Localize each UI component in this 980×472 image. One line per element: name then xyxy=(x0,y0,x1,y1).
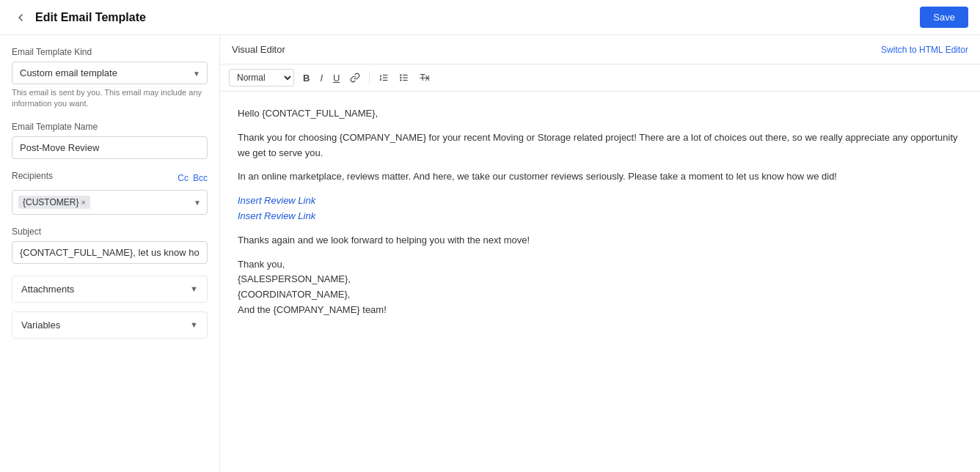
variables-section: Variables ▼ xyxy=(12,311,208,339)
recipients-header: Recipients Cc Bcc xyxy=(12,171,208,185)
variables-chevron-icon: ▼ xyxy=(190,320,198,329)
subject-input[interactable] xyxy=(12,241,208,264)
subject-group: Subject xyxy=(12,226,208,264)
svg-point-8 xyxy=(401,80,401,81)
left-panel: Email Template Kind Custom email templat… xyxy=(0,35,220,472)
back-button[interactable] xyxy=(12,9,29,26)
email-template-name-group: Email Template Name xyxy=(12,122,208,159)
attachments-title: Attachments xyxy=(21,284,74,295)
unordered-list-icon xyxy=(399,73,409,83)
recipients-label: Recipients xyxy=(12,171,53,181)
switch-to-html-link[interactable]: Switch to HTML Editor xyxy=(881,45,968,55)
editor-toolbar: Normal Heading 1 Heading 2 Heading 3 B I… xyxy=(220,64,980,92)
bcc-link[interactable]: Bcc xyxy=(193,173,208,183)
cc-link[interactable]: Cc xyxy=(178,173,189,183)
email-template-name-label: Email Template Name xyxy=(12,122,208,132)
svg-point-6 xyxy=(401,75,401,75)
page-header: Edit Email Template Save xyxy=(0,0,980,35)
closing-line1: Thank you, xyxy=(238,257,962,273)
ordered-list-button[interactable] xyxy=(374,70,393,86)
format-select[interactable]: Normal Heading 1 Heading 2 Heading 3 xyxy=(229,69,294,86)
para1: Thank you for choosing {COMPANY_NAME} fo… xyxy=(238,130,962,161)
attachments-toggle[interactable]: Attachments ▼ xyxy=(12,276,207,302)
closing-line4: And the {COMPANY_NAME} team! xyxy=(238,303,962,318)
toolbar-divider xyxy=(369,71,370,84)
review-links: Insert Review Link Insert Review Link xyxy=(238,193,962,224)
editor-header: Visual Editor Switch to HTML Editor xyxy=(220,35,980,64)
closing-block: Thank you, {SALESPERSON_NAME}, {COORDINA… xyxy=(238,257,962,318)
clear-format-button[interactable]: Tx xyxy=(415,70,434,86)
underline-button[interactable]: U xyxy=(329,70,344,86)
closing-line3: {COORDINATOR_NAME}, xyxy=(238,287,962,303)
save-button[interactable]: Save xyxy=(920,7,968,28)
unordered-list-button[interactable] xyxy=(395,70,414,86)
para2: In an online marketplace, reviews matter… xyxy=(238,169,962,185)
email-template-name-input[interactable] xyxy=(12,136,208,159)
review-link-2: Insert Review Link xyxy=(238,210,315,221)
variables-toggle[interactable]: Variables ▼ xyxy=(12,312,207,338)
main-content: Email Template Kind Custom email templat… xyxy=(0,35,980,472)
recipients-group: Recipients Cc Bcc {CUSTOMER} × ▼ xyxy=(12,171,208,215)
recipients-chevron-icon: ▼ xyxy=(194,198,201,206)
italic-button[interactable]: I xyxy=(315,70,327,86)
greeting-paragraph: Hello {CONTACT_FULL_NAME}, xyxy=(238,106,962,122)
subject-label: Subject xyxy=(12,226,208,237)
bold-button[interactable]: B xyxy=(299,70,314,86)
email-template-kind-label: Email Template Kind xyxy=(12,47,208,57)
recipient-tag-close[interactable]: × xyxy=(81,198,85,207)
closing-line2: {SALESPERSON_NAME}, xyxy=(238,272,962,287)
para3: Thanks again and we look forward to help… xyxy=(238,233,962,248)
email-template-kind-select-wrap: Custom email template ▼ xyxy=(12,62,208,84)
recipients-links: Cc Bcc xyxy=(178,173,208,183)
recipients-input-wrap[interactable]: {CUSTOMER} × ▼ xyxy=(12,190,208,215)
editor-body[interactable]: Hello {CONTACT_FULL_NAME}, Thank you for… xyxy=(220,92,980,472)
link-button[interactable] xyxy=(345,70,365,86)
recipient-tag-label: {CUSTOMER} xyxy=(23,197,78,207)
header-left: Edit Email Template xyxy=(12,9,146,26)
page-title: Edit Email Template xyxy=(35,11,146,24)
svg-point-7 xyxy=(401,77,401,78)
variables-title: Variables xyxy=(21,320,60,331)
email-template-kind-select[interactable]: Custom email template xyxy=(12,62,208,84)
link-icon xyxy=(350,73,360,83)
visual-editor-title: Visual Editor xyxy=(232,44,285,55)
review-link-1: Insert Review Link xyxy=(238,195,315,206)
email-template-kind-group: Email Template Kind Custom email templat… xyxy=(12,47,208,110)
email-template-kind-hint: This email is sent by you. This email ma… xyxy=(12,87,208,110)
recipient-tag: {CUSTOMER} × xyxy=(18,196,90,209)
right-panel: Visual Editor Switch to HTML Editor Norm… xyxy=(220,35,980,472)
attachments-chevron-icon: ▼ xyxy=(190,284,198,293)
back-icon xyxy=(15,12,26,23)
ordered-list-icon xyxy=(379,73,389,83)
attachments-section: Attachments ▼ xyxy=(12,276,208,303)
